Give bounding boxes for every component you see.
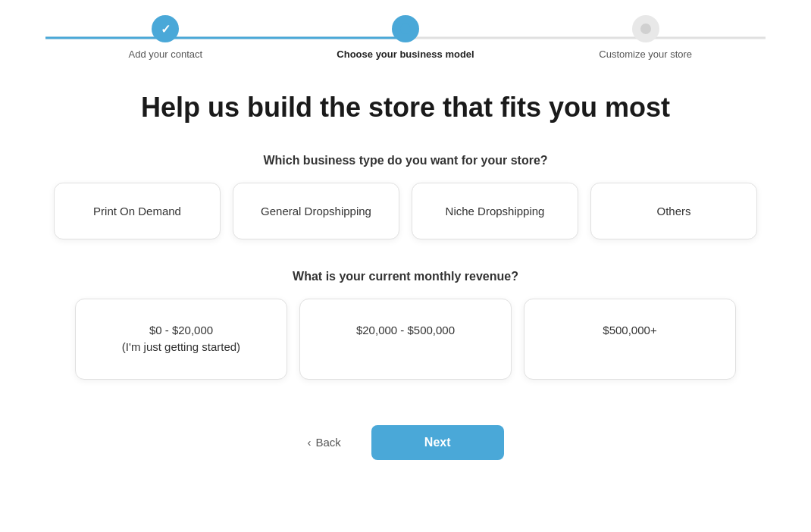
revenue-low-label: $0 - $20,000	[149, 324, 213, 336]
business-type-question: Which business type do you want for your…	[263, 154, 547, 167]
step-2-dot	[400, 23, 411, 34]
revenue-low[interactable]: $0 - $20,000 (I'm just getting started)	[75, 299, 287, 380]
step-1-label: Add your contact	[129, 49, 203, 61]
back-button[interactable]: ‹ Back	[307, 436, 340, 449]
option-niche-dropshipping[interactable]: Niche Dropshipping	[412, 183, 578, 239]
revenue-question: What is your current monthly revenue?	[293, 270, 518, 283]
chevron-left-icon: ‹	[307, 436, 311, 449]
revenue-high[interactable]: $500,000+	[524, 299, 736, 380]
page-title: Help us build the store that fits you mo…	[141, 92, 670, 124]
step-2-label: Choose your business model	[337, 49, 474, 61]
step-1-circle: ✓	[152, 15, 179, 42]
revenue-options: $0 - $20,000 (I'm just getting started) …	[45, 299, 766, 380]
progress-track: ✓ Add your contact Choose your business …	[45, 15, 766, 61]
next-button[interactable]: Next	[371, 425, 504, 460]
revenue-mid[interactable]: $20,000 - $500,000	[299, 299, 512, 380]
back-label: Back	[315, 436, 340, 449]
step-2-wrapper: Choose your business model	[286, 15, 526, 61]
step-1-checkmark: ✓	[161, 22, 171, 36]
nav-buttons: ‹ Back Next	[307, 425, 503, 460]
revenue-high-label: $500,000+	[603, 324, 656, 336]
option-general-dropshipping[interactable]: General Dropshipping	[233, 183, 399, 239]
step-3-label: Customize your store	[599, 49, 692, 61]
step-1-wrapper: ✓ Add your contact	[45, 15, 286, 61]
option-others[interactable]: Others	[590, 183, 757, 239]
step-2-circle	[392, 15, 419, 42]
revenue-low-sublabel: (I'm just getting started)	[122, 340, 240, 353]
business-type-options: Print On Demand General Dropshipping Nic…	[45, 183, 766, 239]
progress-section: ✓ Add your contact Choose your business …	[0, 0, 811, 69]
step-3-wrapper: Customize your store	[525, 15, 766, 61]
option-print-on-demand[interactable]: Print On Demand	[54, 183, 221, 239]
revenue-mid-label: $20,000 - $500,000	[356, 324, 455, 336]
step-3-dot	[640, 23, 651, 34]
step-3-circle	[632, 15, 659, 42]
main-content: Help us build the store that fits you mo…	[0, 69, 811, 475]
